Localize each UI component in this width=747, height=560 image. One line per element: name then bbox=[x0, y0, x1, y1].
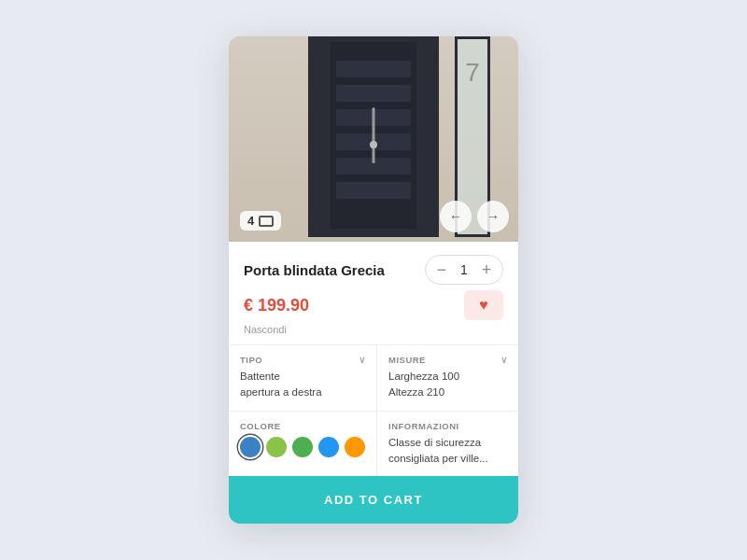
door-inner bbox=[331, 42, 416, 229]
door-outer bbox=[308, 36, 439, 237]
hide-link[interactable]: Nascondi bbox=[244, 324, 503, 335]
product-image-section: 7 4 ← → bbox=[229, 36, 518, 242]
prev-arrow-button[interactable]: ← bbox=[440, 201, 472, 232]
tipo-chevron-icon: ∨ bbox=[359, 355, 366, 365]
tipo-label: TIPO ∨ bbox=[240, 355, 365, 365]
informazioni-cell: INFORMAZIONI Classe di sicurezza consigl… bbox=[377, 412, 518, 477]
door-panel bbox=[336, 182, 411, 199]
title-row: Porta blindata Grecia − 1 + bbox=[244, 255, 503, 285]
misure-label: MISURE ∨ bbox=[388, 355, 507, 365]
qty-minus-button[interactable]: − bbox=[430, 258, 454, 282]
misure-cell: MISURE ∨ Larghezza 100Altezza 210 bbox=[377, 345, 518, 412]
swatch-sky-blue[interactable] bbox=[318, 437, 339, 457]
door-handle bbox=[373, 107, 375, 163]
product-card: 7 4 ← → Porta blindata Grecia − 1 + € 19… bbox=[229, 36, 518, 524]
color-swatches bbox=[240, 437, 365, 457]
next-arrow-button[interactable]: → bbox=[477, 201, 509, 232]
door-handle-knob bbox=[370, 141, 377, 148]
informazioni-label: INFORMAZIONI bbox=[388, 421, 507, 431]
product-price: € 199.90 bbox=[244, 296, 309, 315]
door-panel bbox=[336, 61, 411, 77]
image-icon bbox=[259, 216, 274, 227]
swatch-blue[interactable] bbox=[240, 437, 261, 457]
qty-value: 1 bbox=[454, 262, 474, 277]
swatch-light-green[interactable] bbox=[266, 437, 287, 457]
product-title: Porta blindata Grecia bbox=[244, 262, 385, 278]
colore-cell: COLORE bbox=[229, 412, 377, 477]
qty-plus-button[interactable]: + bbox=[474, 258, 499, 282]
nav-arrows: ← → bbox=[440, 201, 509, 232]
wishlist-button[interactable]: ♥ bbox=[464, 290, 503, 320]
misure-chevron-icon: ∨ bbox=[500, 355, 508, 365]
image-count-value: 4 bbox=[247, 214, 254, 228]
swatch-orange[interactable] bbox=[345, 437, 365, 457]
door-panel bbox=[336, 85, 411, 102]
quantity-controls: − 1 + bbox=[425, 255, 503, 285]
colore-label: COLORE bbox=[240, 421, 365, 431]
door-number: 7 bbox=[465, 58, 480, 88]
price-row: € 199.90 ♥ bbox=[244, 290, 503, 320]
product-info-section: Porta blindata Grecia − 1 + € 199.90 ♥ N… bbox=[229, 242, 518, 335]
image-count-badge: 4 bbox=[240, 211, 281, 231]
informazioni-text: Classe di sicurezza consigliata per vill… bbox=[388, 435, 507, 468]
specs-grid: TIPO ∨ Battenteapertura a destra MISURE … bbox=[229, 344, 518, 476]
tipo-value: Battenteapertura a destra bbox=[240, 369, 365, 401]
swatch-green[interactable] bbox=[292, 437, 313, 457]
misure-value: Larghezza 100Altezza 210 bbox=[388, 369, 507, 401]
tipo-cell: TIPO ∨ Battenteapertura a destra bbox=[229, 345, 377, 412]
add-to-cart-button[interactable]: ADD TO CART bbox=[229, 476, 518, 524]
